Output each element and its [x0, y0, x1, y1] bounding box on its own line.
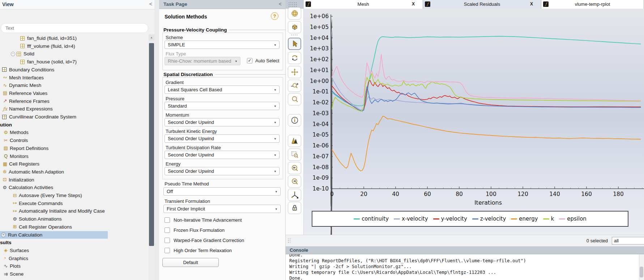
outline-title: View: [2, 1, 14, 7]
probe-info-button[interactable]: [288, 114, 301, 126]
outline-collapse-icon[interactable]: <: [149, 1, 152, 7]
magnify-button[interactable]: [288, 93, 301, 105]
close-icon[interactable]: X: [530, 1, 533, 7]
legend-swatch: [354, 218, 360, 220]
console-header[interactable]: Console: [286, 246, 644, 254]
turbulent-kinetic-energy-dropdown[interactable]: Second Order Upwind▼: [165, 134, 280, 143]
view-cube-button[interactable]: [288, 21, 301, 33]
tree-item[interactable]: ⊟Autosave (Every Time Steps): [0, 192, 148, 199]
tree-item[interactable]: ∿Dynamic Mesh: [0, 82, 148, 89]
scroll-up-icon[interactable]: ▲: [149, 34, 154, 41]
tree-item[interactable]: Curvillinear Coordinate System: [0, 113, 148, 121]
tree-item[interactable]: ▦Cell Registers: [0, 160, 148, 168]
lights-button[interactable]: [288, 135, 301, 147]
auto-select-checkbox[interactable]: ✓: [247, 58, 252, 63]
pseudo-time-dropdown[interactable]: Off▼: [163, 187, 281, 196]
toolbar-grip[interactable]: [288, 2, 298, 7]
svg-text:100: 100: [486, 191, 496, 197]
tree-item[interactable]: fan_fluid (fluid, id=351): [0, 34, 148, 42]
rotate-view-button[interactable]: [288, 52, 301, 64]
console-output[interactable]: Done.Registering ReportDefFiles, ("R:\HO…: [286, 254, 638, 280]
close-icon[interactable]: X: [412, 1, 415, 7]
tree-scrollbar[interactable]: ▲: [149, 34, 154, 280]
energy-dropdown[interactable]: Second Order Upwind▼: [165, 167, 280, 175]
momentum-dropdown[interactable]: Second Order Upwind▼: [165, 118, 280, 126]
default-button[interactable]: Default: [162, 258, 219, 267]
scheme-dropdown[interactable]: SIMPLE▼: [165, 41, 280, 49]
console-line: Writing temporary file C:\Users\Ricardo\…: [286, 269, 638, 275]
next-view-button[interactable]: [288, 175, 301, 188]
flux-type-dropdown: Rhie-Chow: momentum based▼: [165, 57, 240, 65]
tab-scaled-residuals[interactable]: ƒScaled ResidualsX: [423, 0, 541, 9]
tab-mesh[interactable]: ƒMeshX: [304, 0, 423, 9]
svg-text:1e+05: 1e+05: [310, 24, 329, 30]
tree-item[interactable]: ⊞Cell Register Operations: [0, 223, 148, 231]
task-page-collapse-icon[interactable]: <: [279, 1, 282, 7]
warped-face-gradient-correction-checkbox[interactable]: [165, 238, 170, 243]
tree-item[interactable]: ⚙Calculation Activities: [0, 184, 148, 191]
surfaces-icon: ◈: [3, 248, 9, 253]
tree-item[interactable]: ∾Mesh Interfaces: [0, 74, 148, 82]
tree-item[interactable]: −Solid: [0, 50, 148, 58]
previous-view-button[interactable]: [288, 162, 301, 174]
spatial-field-label: Momentum: [166, 112, 189, 118]
tree-item[interactable]: ▧Report Definitions: [0, 145, 148, 152]
tree-item[interactable]: ▥Animations: [0, 278, 148, 280]
frozen-flux-formulation-checkbox[interactable]: [165, 227, 170, 233]
pressure-dropdown[interactable]: Standard▼: [165, 102, 280, 110]
console-scrollbar-thumb[interactable]: [640, 267, 643, 277]
graphics-canvas[interactable]: 1e+061e+051e+041e+031e+021e+011e+001e-01…: [304, 9, 644, 235]
tree-item[interactable]: ⚙Solution Animations: [0, 215, 148, 223]
tree-item[interactable]: ↗Reference Frames: [0, 97, 148, 105]
tree-item[interactable]: Boundary Conditions: [0, 66, 148, 74]
tree-item[interactable]: ▤Reference Values: [0, 89, 148, 97]
zoom-in-out-button[interactable]: [288, 80, 301, 92]
lock-view-button[interactable]: [288, 202, 301, 214]
pan-view-button[interactable]: [288, 66, 301, 78]
svg-text:1e+00: 1e+00: [310, 78, 329, 84]
tab-vlume-temp-rplot[interactable]: ƒvlume-temp-rplot: [541, 0, 644, 9]
console-scrollbar[interactable]: [639, 254, 644, 280]
option-row: Frozen Flux Formulation: [165, 227, 225, 233]
transient-dropdown[interactable]: First Order Implicit▼: [163, 205, 281, 213]
select-pointer-button[interactable]: [288, 38, 301, 50]
display-scope-input[interactable]: [612, 237, 644, 245]
tree-item[interactable]: ↦Execute Commands: [0, 200, 148, 207]
view-sphere-button[interactable]: [288, 7, 301, 20]
non-iterative-time-advancement-checkbox[interactable]: [165, 217, 170, 223]
tree-item[interactable]: ⚙Methods: [0, 129, 148, 136]
tree-item-label: Automatically Initialize and Modify Case: [19, 208, 105, 214]
legend-item-x-velocity: x-velocity: [394, 216, 428, 222]
tree-item[interactable]: ⊡Initialization: [0, 176, 148, 184]
zoom-to-area-button[interactable]: [288, 149, 301, 161]
tree-item[interactable]: ↦Automatically Initialize and Modify Cas…: [0, 207, 148, 215]
cell-register-ops-icon: ⊞: [12, 224, 18, 229]
turbulent-dissipation-rate-dropdown[interactable]: Second Order Upwind▼: [165, 151, 280, 159]
legend-item-k: k: [543, 216, 554, 222]
gradient-dropdown[interactable]: Least Squares Cell Based▼: [165, 85, 280, 94]
tree-item[interactable]: ◈Surfaces: [0, 247, 148, 254]
tree-item[interactable]: fan_house (solid, id=7): [0, 58, 148, 66]
tree-item[interactable]: =Run Calculation: [0, 231, 108, 239]
outline-panel: View < fan_fluid (fluid, id=351)fff_volu…: [0, 0, 154, 280]
tree-item[interactable]: ⊛Automatic Mesh Adaption: [0, 168, 148, 176]
tab-label: Mesh: [304, 1, 423, 7]
tree-item[interactable]: fff_volume (fluid, id=4): [0, 42, 148, 50]
collapse-expander-icon[interactable]: −: [11, 52, 15, 56]
tree-scrollbar-thumb[interactable]: [149, 43, 154, 246]
chevron-down-icon: ▼: [275, 190, 278, 193]
toolbar-grip[interactable]: [291, 34, 298, 36]
help-button[interactable]: ?: [271, 12, 278, 20]
tree-item[interactable]: QMonitors: [0, 152, 148, 160]
legend-swatch: [543, 218, 549, 220]
axes-triad-button[interactable]: [288, 189, 301, 201]
high-order-term-relaxation-checkbox[interactable]: [165, 248, 170, 253]
panel-splitter[interactable]: [154, 0, 159, 280]
tree-item[interactable]: ∿Plots: [0, 262, 148, 270]
tree-item[interactable]: ◔Graphics: [0, 255, 148, 262]
console-title: Console: [290, 247, 308, 253]
tree-item[interactable]: ƒxNamed Expressions: [0, 105, 148, 113]
tree-item[interactable]: ✂Controls: [0, 137, 148, 144]
tree-item[interactable]: ⇉Scene: [0, 270, 148, 278]
tree-filter-input[interactable]: [1, 23, 148, 33]
